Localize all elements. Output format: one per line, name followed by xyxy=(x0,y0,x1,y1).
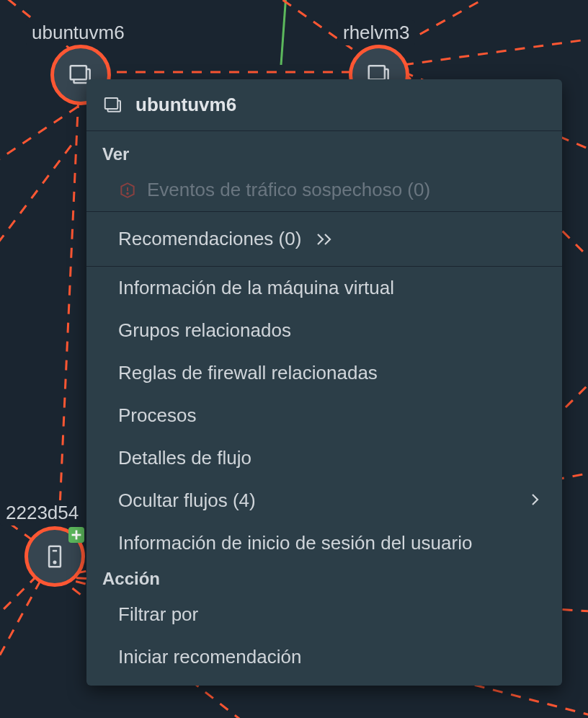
menu-item-filter-by[interactable]: Filtrar por xyxy=(86,593,562,636)
menu-item-related-groups[interactable]: Grupos relacionados xyxy=(86,309,562,352)
host-icon xyxy=(41,543,68,570)
svg-point-27 xyxy=(54,562,56,564)
svg-rect-29 xyxy=(105,98,118,109)
section-ver-label: Ver xyxy=(86,131,562,169)
svg-point-31 xyxy=(127,192,128,194)
double-chevron-icon xyxy=(316,232,336,247)
menu-item-label: Ocultar flujos (4) xyxy=(118,489,256,512)
menu-item-label: Información de inicio de sesión del usua… xyxy=(118,532,472,554)
chevron-right-icon xyxy=(530,489,540,512)
plus-badge xyxy=(68,527,84,543)
menu-item-label: Filtrar por xyxy=(118,603,198,626)
menu-item-processes[interactable]: Procesos xyxy=(86,394,562,437)
menu-item-label: Reglas de firewall relacionadas xyxy=(118,362,378,384)
svg-line-9 xyxy=(0,144,72,288)
node-label-rhelvm3[interactable]: rhelvm3 xyxy=(337,20,415,45)
menu-item-label: Detalles de flujo xyxy=(118,447,251,469)
plus-icon xyxy=(68,521,84,549)
svg-rect-20 xyxy=(71,66,86,79)
section-accion-label: Acción xyxy=(86,564,562,593)
svg-line-0 xyxy=(281,0,288,65)
menu-item-label: Información de la máquina virtual xyxy=(118,277,394,299)
menu-item-label: Recomendaciones (0) xyxy=(118,228,301,250)
svg-line-5 xyxy=(404,36,588,65)
menu-item-label: Iniciar recomendación xyxy=(118,646,301,668)
menu-item-recommendations[interactable]: Recomendaciones (0) xyxy=(86,211,562,267)
menu-item-hide-flows[interactable]: Ocultar flujos (4) xyxy=(86,479,562,522)
svg-line-4 xyxy=(404,0,588,43)
menu-item-vm-info[interactable]: Información de la máquina virtual xyxy=(86,267,562,309)
menu-item-start-recommendation[interactable]: Iniciar recomendación xyxy=(86,636,562,686)
menu-item-label: Eventos de tráfico sospechoso (0) xyxy=(147,179,430,201)
svg-line-12 xyxy=(0,562,50,718)
menu-item-label: Grupos relacionados xyxy=(118,319,291,342)
menu-header: ubuntuvm6 xyxy=(86,79,562,131)
node-host[interactable] xyxy=(24,526,85,587)
svg-rect-22 xyxy=(369,66,385,79)
vm-icon xyxy=(102,94,124,116)
menu-item-firewall-rules[interactable]: Reglas de firewall relacionadas xyxy=(86,352,562,394)
alert-icon xyxy=(118,181,137,200)
menu-item-suspicious-traffic: Eventos de tráfico sospechoso (0) xyxy=(86,169,562,211)
node-label-ubuntuvm6[interactable]: ubuntuvm6 xyxy=(26,20,130,45)
menu-item-label: Procesos xyxy=(118,404,196,427)
menu-title: ubuntuvm6 xyxy=(135,94,236,116)
menu-item-flow-details[interactable]: Detalles de flujo xyxy=(86,437,562,479)
menu-item-user-login-info[interactable]: Información de inicio de sesión del usua… xyxy=(86,522,562,564)
context-menu: ubuntuvm6 Ver Eventos de tráfico sospech… xyxy=(86,79,562,686)
